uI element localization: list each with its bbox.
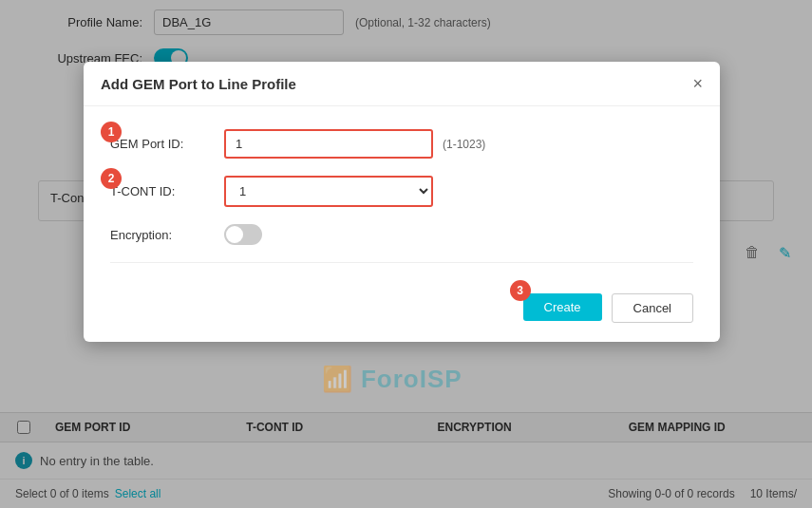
modal-body: 1 GEM Port ID: (1-1023) 2 T-CONT ID: 1 2…	[84, 106, 720, 293]
tcont-id-select[interactable]: 1 2 3	[224, 176, 433, 207]
badge-3: 3	[510, 280, 531, 301]
add-gem-port-modal: Add GEM Port to Line Profile × 1 GEM Por…	[84, 62, 720, 342]
gem-port-id-row: 1 GEM Port ID: (1-1023)	[110, 129, 693, 159]
encryption-label: Encryption:	[110, 228, 224, 242]
encryption-toggle[interactable]	[224, 224, 262, 245]
modal-title: Add GEM Port to Line Profile	[101, 76, 296, 92]
modal-divider	[110, 262, 693, 263]
tcont-id-label: T-CONT ID:	[110, 184, 224, 198]
badge-2: 2	[101, 168, 122, 189]
cancel-button[interactable]: Cancel	[612, 293, 693, 323]
gem-port-id-hint: (1-1023)	[443, 138, 485, 151]
modal-close-button[interactable]: ×	[692, 75, 703, 92]
badge-1: 1	[101, 122, 122, 142]
modal-header: Add GEM Port to Line Profile ×	[84, 62, 720, 106]
gem-port-id-label: GEM Port ID:	[110, 137, 224, 151]
encryption-row: Encryption:	[110, 224, 693, 245]
modal-footer: 3 Create Cancel	[84, 293, 720, 342]
create-button-wrapper: 3 Create	[523, 293, 602, 323]
gem-port-id-input[interactable]	[224, 129, 433, 159]
tcont-id-row: 2 T-CONT ID: 1 2 3	[110, 176, 693, 207]
create-button[interactable]: Create	[523, 293, 602, 321]
